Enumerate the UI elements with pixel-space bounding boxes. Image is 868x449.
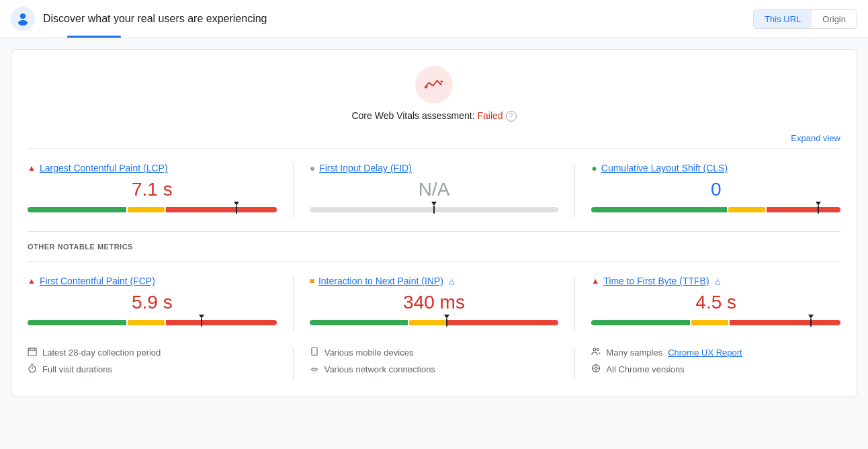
expand-view: Expand view bbox=[28, 132, 840, 143]
chrome-icon bbox=[591, 364, 601, 375]
ttfb-needle-tip bbox=[808, 315, 814, 319]
lcp-bar-green bbox=[28, 207, 126, 212]
footer-item-collection: Latest 28-day collection period bbox=[28, 347, 277, 358]
svg-point-15 bbox=[597, 349, 599, 351]
core-metrics-row: ▲ Largest Contentful Paint (LCP) 7.1 s ●… bbox=[28, 149, 840, 218]
lcp-indicator: ▲ bbox=[28, 163, 36, 173]
cls-value: 0 bbox=[591, 179, 840, 200]
fid-needle-tip bbox=[431, 202, 437, 206]
svg-rect-4 bbox=[28, 348, 36, 356]
ttfb-bar-yellow bbox=[691, 320, 728, 325]
footer-item-visit: Full visit durations bbox=[28, 364, 277, 375]
fcp-label-row: ▲ First Contentful Paint (FCP) bbox=[28, 276, 277, 286]
lcp-needle bbox=[236, 206, 237, 214]
inp-needle bbox=[446, 319, 447, 327]
lcp-gauge bbox=[28, 207, 277, 212]
svg-point-12 bbox=[314, 354, 315, 355]
lcp-bar-yellow bbox=[128, 207, 165, 212]
cls-needle-tip bbox=[816, 202, 821, 206]
top-bar: Discover what your real users are experi… bbox=[0, 0, 868, 38]
inp-ext-icon: △ bbox=[449, 277, 454, 286]
inp-label-row: ■ Interaction to Next Paint (INP) △ bbox=[310, 276, 559, 286]
cls-link[interactable]: Cumulative Layout Shift (CLS) bbox=[601, 163, 728, 173]
logo-icon bbox=[11, 7, 35, 31]
fid-metric: ● First Input Delay (FID) N/A bbox=[294, 163, 576, 218]
fcp-needle bbox=[201, 319, 202, 327]
this-url-tab[interactable]: This URL bbox=[754, 10, 812, 28]
lcp-value: 7.1 s bbox=[28, 179, 277, 200]
svg-point-0 bbox=[20, 13, 26, 19]
ttfb-label-row: ▲ Time to First Byte (TTFB) △ bbox=[591, 276, 840, 286]
cwv-icon bbox=[415, 66, 453, 104]
other-metrics-row: ▲ First Contentful Paint (FCP) 5.9 s ■ I… bbox=[28, 261, 840, 331]
url-origin-toggle: This URL Origin bbox=[753, 9, 857, 29]
fid-link[interactable]: First Input Delay (FID) bbox=[319, 163, 412, 173]
fcp-needle-tip bbox=[199, 315, 204, 319]
origin-tab[interactable]: Origin bbox=[812, 10, 857, 28]
inp-link[interactable]: Interaction to Next Paint (INP) bbox=[318, 276, 443, 286]
cls-metric: ● Cumulative Layout Shift (CLS) 0 bbox=[575, 163, 840, 218]
tab-underline bbox=[67, 36, 121, 38]
chrome-label: All Chrome versions bbox=[606, 364, 684, 374]
footer-col-3: Many samples Chrome UX Report All Chrome… bbox=[575, 347, 840, 380]
svg-point-14 bbox=[593, 348, 596, 351]
lcp-link[interactable]: Largest Contentful Paint (LCP) bbox=[40, 163, 168, 173]
ttfb-bar-green bbox=[591, 320, 690, 325]
samples-label: Many samples bbox=[606, 348, 662, 358]
mobile-icon bbox=[310, 347, 319, 358]
users-icon bbox=[591, 347, 601, 358]
fcp-bar-green bbox=[28, 320, 126, 325]
cwv-status: Failed bbox=[477, 110, 503, 121]
fcp-link[interactable]: First Contentful Paint (FCP) bbox=[40, 276, 155, 286]
cls-label-row: ● Cumulative Layout Shift (CLS) bbox=[591, 163, 840, 173]
section-divider bbox=[28, 231, 840, 232]
inp-gauge bbox=[310, 320, 559, 325]
cls-bar-red bbox=[767, 207, 840, 212]
ttfb-link[interactable]: Time to First Byte (TTFB) bbox=[603, 276, 709, 286]
fcp-metric: ▲ First Contentful Paint (FCP) 5.9 s bbox=[28, 276, 294, 331]
lcp-needle-tip bbox=[234, 202, 239, 206]
fid-gauge bbox=[310, 207, 559, 212]
fcp-bar-red bbox=[166, 320, 277, 325]
expand-view-link[interactable]: Expand view bbox=[791, 133, 840, 143]
fcp-bar bbox=[28, 320, 277, 325]
cls-bar-yellow bbox=[728, 207, 765, 212]
fid-label-row: ● First Input Delay (FID) bbox=[310, 163, 559, 173]
inp-indicator: ■ bbox=[310, 276, 314, 286]
network-icon bbox=[310, 364, 319, 375]
footer-item-mobile: Various mobile devices bbox=[310, 347, 559, 358]
lcp-bar bbox=[28, 207, 277, 212]
fcp-indicator: ▲ bbox=[28, 276, 36, 286]
ttfb-bar-red bbox=[730, 320, 840, 325]
footer-item-network: Various network connections bbox=[310, 364, 559, 375]
lcp-label-row: ▲ Largest Contentful Paint (LCP) bbox=[28, 163, 277, 173]
cwv-help-icon[interactable]: ? bbox=[506, 111, 517, 122]
inp-needle-tip bbox=[444, 315, 449, 319]
lcp-metric: ▲ Largest Contentful Paint (LCP) 7.1 s bbox=[28, 163, 294, 218]
ttfb-indicator: ▲ bbox=[591, 276, 599, 286]
ttfb-value: 4.5 s bbox=[591, 292, 840, 313]
cls-bar bbox=[591, 207, 840, 212]
svg-marker-3 bbox=[440, 81, 443, 84]
svg-point-17 bbox=[595, 367, 597, 370]
ttfb-bar bbox=[591, 320, 840, 325]
cls-gauge bbox=[591, 207, 840, 212]
ttfb-metric: ▲ Time to First Byte (TTFB) △ 4.5 s bbox=[575, 276, 840, 331]
main-card: Core Web Vitals assessment: Failed ? Exp… bbox=[11, 49, 857, 397]
other-metrics-label: OTHER NOTABLE METRICS bbox=[28, 243, 840, 251]
inp-metric: ■ Interaction to Next Paint (INP) △ 340 … bbox=[294, 276, 576, 331]
fid-value: N/A bbox=[310, 179, 559, 200]
cls-needle bbox=[818, 206, 819, 214]
calendar-icon bbox=[28, 347, 37, 358]
cwv-assessment: Core Web Vitals assessment: Failed ? bbox=[351, 110, 516, 122]
network-label: Various network connections bbox=[324, 364, 435, 374]
footer-col-1: Latest 28-day collection period Full vis… bbox=[28, 347, 294, 380]
inp-bar bbox=[310, 320, 559, 325]
ttfb-ext-icon: △ bbox=[715, 277, 720, 286]
ttfb-gauge bbox=[591, 320, 840, 325]
page-title: Discover what your real users are experi… bbox=[43, 13, 267, 25]
svg-point-13 bbox=[314, 372, 315, 373]
inp-bar-yellow bbox=[409, 320, 446, 325]
chrome-ux-link[interactable]: Chrome UX Report bbox=[668, 348, 742, 358]
cwv-prefix: Core Web Vitals assessment: bbox=[351, 110, 477, 121]
